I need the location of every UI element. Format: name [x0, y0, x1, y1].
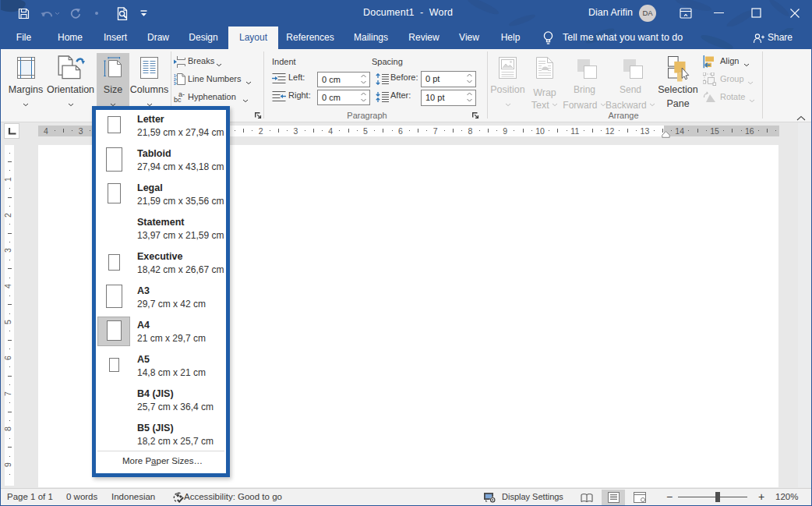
svg-text:bc: bc: [174, 96, 182, 104]
svg-text:3: 3: [174, 82, 176, 85]
